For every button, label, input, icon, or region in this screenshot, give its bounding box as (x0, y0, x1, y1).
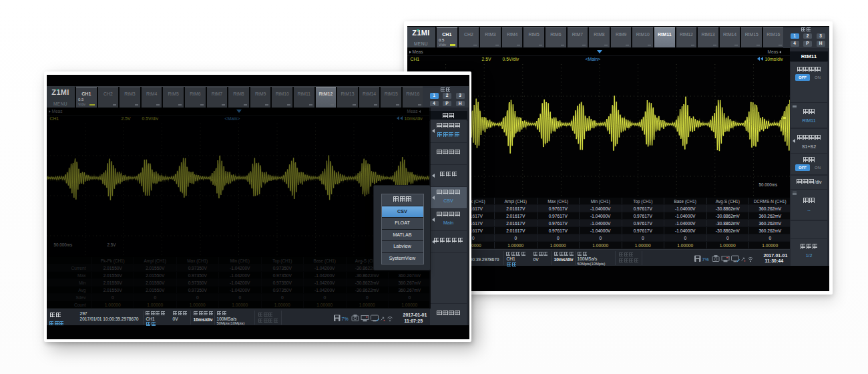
svg-text:7%: 7% (341, 317, 348, 321)
svg-text:7%: 7% (702, 257, 708, 262)
